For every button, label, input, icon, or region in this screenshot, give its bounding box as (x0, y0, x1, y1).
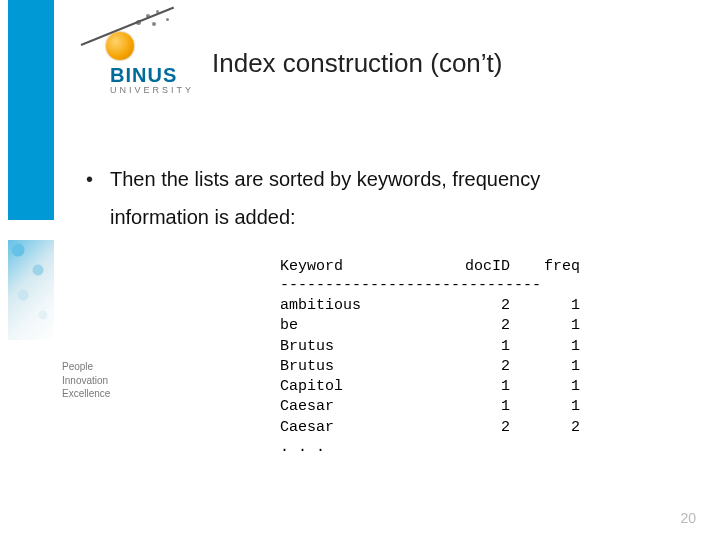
cell-keyword: Capitol (280, 377, 430, 397)
side-decor-pattern (8, 240, 54, 340)
table-row: be 2 1 (280, 316, 580, 336)
cell-keyword: be (280, 316, 430, 336)
cell-keyword: Caesar (280, 397, 430, 417)
cell-docid: 1 (430, 377, 510, 397)
table-row: Capitol 1 1 (280, 377, 580, 397)
col-header-keyword: Keyword (280, 258, 430, 275)
cell-freq: 1 (510, 377, 580, 397)
slide: People Innovation Excellence BINUS UNIVE… (0, 0, 720, 540)
cell-keyword: Brutus (280, 357, 430, 377)
cell-docid: 2 (430, 316, 510, 336)
body-text: Then the lists are sorted by keywords, f… (82, 160, 680, 236)
table-row: ambitious 2 1 (280, 296, 580, 316)
logo-brand: BINUS (110, 64, 194, 87)
logo-sub: UNIVERSITY (110, 85, 194, 95)
cell-docid: 2 (430, 357, 510, 377)
cell-keyword: Brutus (280, 337, 430, 357)
cell-docid: 1 (430, 397, 510, 417)
bullet-line-2: information is added: (110, 206, 296, 228)
cell-freq: 1 (510, 357, 580, 377)
table-row: Caesar 2 2 (280, 418, 580, 438)
table-row: Brutus 2 1 (280, 357, 580, 377)
cell-docid: 2 (430, 296, 510, 316)
tagline-line-3: Excellence (62, 387, 110, 401)
table-separator: ----------------------------- (280, 277, 580, 294)
bullet-item: Then the lists are sorted by keywords, f… (110, 160, 680, 236)
tagline-line-1: People (62, 360, 110, 374)
table-row: Caesar 1 1 (280, 397, 580, 417)
table-row: Brutus 1 1 (280, 337, 580, 357)
logo-text: BINUS UNIVERSITY (110, 64, 194, 95)
page-number: 20 (680, 510, 696, 526)
cell-keyword: Caesar (280, 418, 430, 438)
postings-table: Keyword docID freq ---------------------… (280, 258, 580, 458)
bullet-line-1: Then the lists are sorted by keywords, f… (110, 168, 540, 190)
col-header-docid: docID (430, 258, 510, 275)
cell-keyword: ambitious (280, 296, 430, 316)
cell-freq: 1 (510, 296, 580, 316)
ellipsis: . . . (280, 438, 430, 458)
cell-freq: 1 (510, 337, 580, 357)
cell-docid: 1 (430, 337, 510, 357)
cell-freq: 1 (510, 397, 580, 417)
slide-title: Index construction (con’t) (212, 48, 502, 79)
table-ellipsis: . . . (280, 438, 580, 458)
cell-freq: 2 (510, 418, 580, 438)
cell-freq: 1 (510, 316, 580, 336)
binus-logo: BINUS UNIVERSITY (74, 8, 234, 98)
col-header-freq: freq (510, 258, 580, 275)
tagline-block: People Innovation Excellence (62, 360, 110, 401)
cell-docid: 2 (430, 418, 510, 438)
side-accent-bar (8, 0, 54, 220)
table-header-row: Keyword docID freq (280, 258, 580, 275)
logo-sun-icon (106, 32, 134, 60)
tagline-line-2: Innovation (62, 374, 110, 388)
